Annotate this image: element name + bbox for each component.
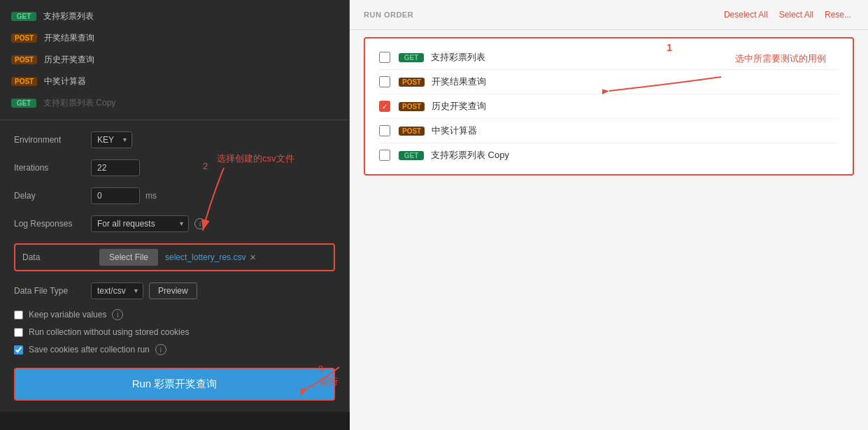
run-item-3: ✓ POST 历史开奖查询: [379, 94, 839, 119]
run-item-name-5: 支持彩票列表 Copy: [431, 149, 509, 162]
method-badge-post-3: POST: [11, 55, 37, 64]
log-responses-row: Log Responses For all requests i: [14, 215, 335, 232]
run-item-checkbox-4[interactable]: [379, 125, 390, 136]
api-item-2[interactable]: POST 开奖结果查询: [0, 27, 349, 49]
keep-variable-label: Keep variable values: [29, 310, 106, 320]
method-badge-post-2: POST: [11, 34, 37, 43]
run-item-4: POST 中奖计算器: [379, 119, 839, 143]
api-name-1: 支持彩票列表: [43, 10, 94, 22]
preview-button[interactable]: Preview: [149, 282, 197, 299]
reset-button[interactable]: Rese...: [822, 8, 854, 21]
data-file-type-row: Data File Type text/csv Preview: [14, 282, 335, 299]
right-panel: RUN ORDER Deselect All Select All Rese..…: [350, 0, 868, 430]
run-without-cookies-label: Run collection without using stored cook…: [29, 327, 189, 337]
data-file-type-select[interactable]: text/csv: [91, 282, 143, 299]
api-item-5[interactable]: GET 支持彩票列表 Copy: [0, 92, 349, 114]
api-list: GET 支持彩票列表 POST 开奖结果查询 POST 历史开奖查询 POST …: [0, 0, 349, 120]
keep-variable-checkbox[interactable]: [14, 310, 23, 320]
run-item-method-4: POST: [399, 127, 425, 136]
environment-row: Environment KEY: [14, 131, 335, 148]
data-file-type-label: Data File Type: [14, 286, 91, 296]
delay-label: Delay: [14, 191, 91, 201]
environment-select-wrapper: KEY: [91, 131, 132, 148]
ms-label: ms: [145, 191, 157, 201]
run-item-1: GET 支持彩票列表: [379, 45, 839, 70]
keep-variable-row: Keep variable values i: [14, 309, 335, 320]
run-item-name-2: 开奖结果查询: [432, 76, 486, 88]
run-without-cookies-checkbox[interactable]: [14, 328, 23, 337]
run-without-cookies-row: Run collection without using stored cook…: [14, 327, 335, 337]
api-name-3: 历史开奖查询: [44, 54, 94, 66]
delay-row: Delay ms: [14, 187, 335, 204]
run-item-5: GET 支持彩票列表 Copy: [379, 143, 839, 167]
run-order-list: GET 支持彩票列表 POST 开奖结果查询 ✓ POST 历史开奖查询 POS…: [364, 37, 854, 175]
run-item-checkbox-2[interactable]: [379, 76, 390, 87]
api-name-4: 中奖计算器: [44, 76, 86, 87]
save-cookies-info-icon[interactable]: i: [155, 344, 166, 355]
keep-variable-info-icon[interactable]: i: [112, 309, 123, 320]
form-section: Environment KEY Iterations Delay ms: [0, 120, 349, 412]
run-item-name-1: 支持彩票列表: [431, 51, 485, 64]
environment-label: Environment: [14, 135, 91, 145]
iterations-input[interactable]: [91, 159, 140, 176]
iterations-row: Iterations: [14, 159, 335, 176]
run-item-checkbox-1[interactable]: [379, 52, 390, 63]
api-name-2: 开奖结果查询: [44, 32, 94, 44]
log-responses-select[interactable]: For all requests: [91, 215, 189, 232]
deselect-all-button[interactable]: Deselect All: [721, 8, 771, 21]
log-responses-select-wrapper: For all requests: [91, 215, 189, 232]
log-responses-info-icon[interactable]: i: [194, 218, 206, 229]
delay-input[interactable]: [91, 187, 140, 204]
environment-select[interactable]: KEY: [91, 131, 132, 148]
run-order-title: RUN ORDER: [364, 10, 413, 19]
run-item-name-4: 中奖计算器: [432, 124, 477, 137]
header-actions: Deselect All Select All Rese...: [721, 8, 854, 21]
run-item-method-1: GET: [399, 53, 424, 62]
data-label: Data: [22, 252, 99, 262]
run-item-2: POST 开奖结果查询: [379, 70, 839, 94]
save-cookies-checkbox[interactable]: [14, 345, 23, 354]
run-item-checkbox-5[interactable]: [379, 150, 390, 161]
close-file-icon[interactable]: ×: [250, 252, 255, 263]
method-badge-post-4: POST: [11, 77, 37, 86]
run-item-method-3: POST: [399, 102, 425, 111]
log-responses-label: Log Responses: [14, 219, 91, 229]
save-cookies-label: Save cookies after collection run: [29, 345, 150, 354]
api-name-5: 支持彩票列表 Copy: [43, 97, 115, 109]
run-button[interactable]: Run 彩票开奖查询: [14, 368, 335, 401]
select-file-button[interactable]: Select File: [99, 249, 158, 266]
data-row: Data Select File select_lottery_res.csv …: [14, 243, 335, 271]
run-item-method-2: POST: [399, 78, 425, 87]
select-all-button[interactable]: Select All: [776, 8, 816, 21]
run-item-method-5: GET: [399, 151, 424, 160]
method-badge-get-5: GET: [11, 99, 36, 108]
run-item-name-3: 历史开奖查询: [432, 100, 486, 113]
data-file-type-select-wrapper: text/csv: [91, 282, 143, 299]
api-item-1[interactable]: GET 支持彩票列表: [0, 6, 349, 27]
save-cookies-row: Save cookies after collection run i: [14, 344, 335, 355]
selected-file-name: select_lottery_res.csv: [165, 252, 246, 262]
api-item-4[interactable]: POST 中奖计算器: [0, 71, 349, 92]
run-item-checkbox-checked-3[interactable]: ✓: [379, 101, 390, 112]
method-badge-get-1: GET: [11, 12, 36, 21]
iterations-label: Iterations: [14, 163, 91, 173]
run-order-header: RUN ORDER Deselect All Select All Rese..…: [350, 0, 868, 30]
api-item-3[interactable]: POST 历史开奖查询: [0, 49, 349, 71]
